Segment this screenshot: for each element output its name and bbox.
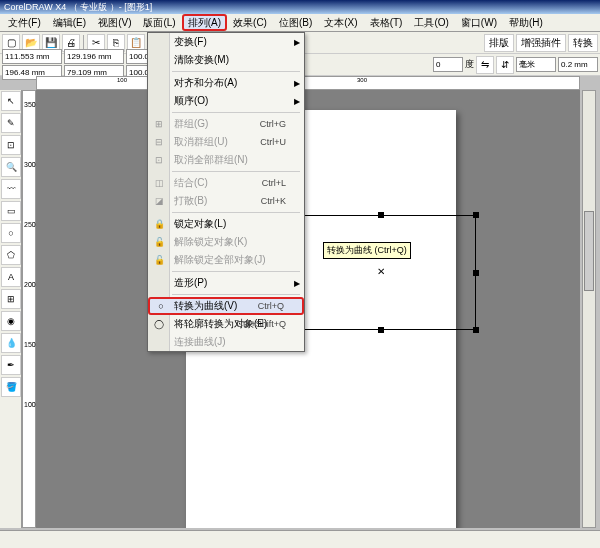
dropdown-separator [172,71,300,72]
dropdown-shortcut: Ctrl+K [261,196,286,206]
polygon-tool-icon[interactable]: ⬠ [1,245,21,265]
handle-tm[interactable] [378,212,384,218]
dropdown-item-14: 🔓解除锁定对象(K) [148,233,304,251]
canvas-area[interactable]: ✕ 转换为曲线 (Ctrl+Q) [36,90,580,528]
outline-tool-icon[interactable]: ✒ [1,355,21,375]
dropdown-item-3[interactable]: 对齐和分布(A)▶ [148,74,304,92]
dropdown-separator [172,171,300,172]
vertical-ruler: 350 300 250 200 150 100 [22,90,36,528]
dropdown-item-label: 变换(F) [174,35,207,49]
menu-item-tools[interactable]: 工具(O) [408,14,454,31]
dropdown-item-icon: 🔓 [152,253,166,267]
dropdown-item-label: 顺序(O) [174,94,208,108]
dropdown-item-icon: ⊞ [152,117,166,131]
blend-tool-icon[interactable]: ◉ [1,311,21,331]
dropdown-shortcut: Ctrl+G [260,119,286,129]
menu-item-window[interactable]: 窗口(W) [455,14,503,31]
nudge-input[interactable] [558,57,598,72]
dropdown-item-label: 连接曲线(J) [174,335,226,349]
text-tool-icon[interactable]: A [1,267,21,287]
menu-item-view[interactable]: 视图(V) [92,14,137,31]
dropdown-item-4[interactable]: 顺序(O)▶ [148,92,304,110]
rectangle-tool-icon[interactable]: ▭ [1,201,21,221]
dropdown-item-label: 取消全部群组(N) [174,153,248,167]
dropdown-item-0[interactable]: 变换(F)▶ [148,33,304,51]
shape-tool-icon[interactable]: ✎ [1,113,21,133]
horizontal-ruler: 100 200 300 [36,76,580,90]
submenu-arrow-icon: ▶ [294,79,300,88]
dropdown-separator [172,212,300,213]
menu-item-help[interactable]: 帮助(H) [503,14,549,31]
handle-bm[interactable] [378,327,384,333]
dropdown-item-icon: ⊟ [152,135,166,149]
dropdown-item-icon: ⊡ [152,153,166,167]
tooltip: 转换为曲线 (Ctrl+Q) [323,242,411,259]
dropdown-item-label: 解除锁定对象(K) [174,235,247,249]
flip-h-icon[interactable]: ⇋ [476,56,494,74]
plugin-button[interactable]: 增强插件 [516,34,566,52]
dropdown-shortcut: Ctrl+Q [258,301,284,311]
width-input[interactable] [64,49,124,64]
dropdown-item-17[interactable]: 造形(P)▶ [148,274,304,292]
freehand-tool-icon[interactable]: 〰 [1,179,21,199]
dropdown-item-icon: ○ [154,299,168,313]
handle-mr[interactable] [473,270,479,276]
dropdown-item-label: 群组(G) [174,117,208,131]
dropdown-item-11: ◪打散(B)Ctrl+K [148,192,304,210]
menu-item-text[interactable]: 文本(X) [318,14,363,31]
units-input[interactable] [516,57,556,72]
dropdown-shortcut: Ctrl+Shift+Q [236,319,286,329]
menu-item-layout[interactable]: 版面(L) [137,14,181,31]
scrollbar-thumb[interactable] [584,211,594,291]
title-bar: CorelDRAW X4 （ 专业版 ）- [图形1] [0,0,600,14]
flip-v-icon[interactable]: ⇵ [496,56,514,74]
submenu-arrow-icon: ▶ [294,279,300,288]
dropdown-item-label: 对齐和分布(A) [174,76,237,90]
convert-button[interactable]: 转换 [568,34,598,52]
dropdown-separator [172,112,300,113]
rotation-input[interactable] [433,57,463,72]
dropdown-item-label: 取消群组(U) [174,135,228,149]
handle-br[interactable] [473,327,479,333]
status-bar [0,530,600,548]
dropdown-item-label: 打散(B) [174,194,207,208]
menu-item-table[interactable]: 表格(T) [364,14,409,31]
dropdown-item-icon: ◯ [152,317,166,331]
panel-button[interactable]: 排版 [484,34,514,52]
fill-tool-icon[interactable]: 🪣 [1,377,21,397]
arrange-dropdown: 变换(F)▶清除变换(M)对齐和分布(A)▶顺序(O)▶⊞群组(G)Ctrl+G… [147,32,305,352]
eyedropper-tool-icon[interactable]: 💧 [1,333,21,353]
degree-label: 度 [465,58,474,71]
center-marker-icon: ✕ [377,266,385,277]
dropdown-shortcut: Ctrl+U [260,137,286,147]
dropdown-item-icon: 🔓 [152,235,166,249]
vertical-scrollbar[interactable] [582,90,596,528]
dropdown-item-20[interactable]: ◯将轮廓转换为对象(E)Ctrl+Shift+Q [148,315,304,333]
dropdown-item-icon: ◫ [152,176,166,190]
crop-tool-icon[interactable]: ⊡ [1,135,21,155]
dropdown-item-label: 造形(P) [174,276,207,290]
menu-item-edit[interactable]: 编辑(E) [47,14,92,31]
dropdown-item-13[interactable]: 🔒锁定对象(L) [148,215,304,233]
dropdown-item-8: ⊡取消全部群组(N) [148,151,304,169]
dropdown-item-1[interactable]: 清除变换(M) [148,51,304,69]
dropdown-item-15: 🔓解除锁定全部对象(J) [148,251,304,269]
zoom-tool-icon[interactable]: 🔍 [1,157,21,177]
toolbox: ↖ ✎ ⊡ 🔍 〰 ▭ ○ ⬠ A ⊞ ◉ 💧 ✒ 🪣 [0,90,22,528]
pick-tool-icon[interactable]: ↖ [1,91,21,111]
dropdown-shortcut: Ctrl+L [262,178,286,188]
x-coord-input[interactable] [2,49,62,64]
menu-item-arrange[interactable]: 排列(A) [182,14,227,31]
dropdown-separator [172,271,300,272]
dropdown-item-19[interactable]: ○转换为曲线(V)Ctrl+Q [148,297,304,315]
ellipse-tool-icon[interactable]: ○ [1,223,21,243]
menu-item-effects[interactable]: 效果(C) [227,14,273,31]
dropdown-item-label: 转换为曲线(V) [174,299,237,313]
dropdown-item-21: 连接曲线(J) [148,333,304,351]
submenu-arrow-icon: ▶ [294,38,300,47]
handle-tr[interactable] [473,212,479,218]
menu-item-bitmap[interactable]: 位图(B) [273,14,318,31]
dropdown-item-label: 解除锁定全部对象(J) [174,253,266,267]
menu-item-file[interactable]: 文件(F) [2,14,47,31]
table-tool-icon[interactable]: ⊞ [1,289,21,309]
